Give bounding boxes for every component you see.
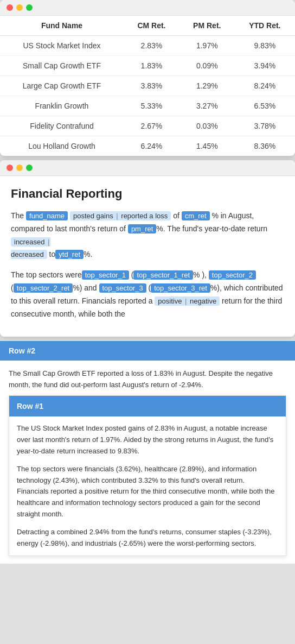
table-row: US Stock Market Index 2.83% 1.97% 9.83% bbox=[0, 36, 295, 56]
col-cm-ret: CM Ret. bbox=[124, 16, 179, 36]
table-row: Small Cap Growth ETF 1.83% 0.09% 3.94% bbox=[0, 56, 295, 76]
cell-fund-name: US Stock Market Index bbox=[0, 36, 124, 56]
para-1: The fund_name posted gains | reported a … bbox=[11, 210, 284, 261]
cell-cm-ret: 3.83% bbox=[124, 76, 179, 96]
row2-text: The Small Cap Growth ETF reported a loss… bbox=[9, 368, 286, 391]
cell-cm-ret: 2.83% bbox=[124, 36, 179, 56]
cell-fund-name: Small Cap Growth ETF bbox=[0, 56, 124, 76]
chip-top-sector-3: top_sector_3 bbox=[99, 283, 146, 293]
chip-top-sector-3-ret: top_sector_3_ret bbox=[151, 283, 210, 293]
table-row: Large Cap Growth ETF 3.83% 1.29% 8.24% bbox=[0, 76, 295, 96]
row1-para-1: The US Stock Market Index posted gains o… bbox=[17, 423, 278, 457]
table-header-row: Fund Name CM Ret. PM Ret. YTD Ret. bbox=[0, 16, 295, 36]
fund-table-container: Fund Name CM Ret. PM Ret. YTD Ret. US St… bbox=[0, 16, 295, 156]
chip-top-sector-2: top_sector_2 bbox=[209, 270, 256, 280]
col-pm-ret: PM Ret. bbox=[179, 16, 235, 36]
cell-cm-ret: 6.24% bbox=[124, 136, 179, 156]
cell-cm-ret: 5.33% bbox=[124, 96, 179, 116]
title-bar-2 bbox=[0, 160, 295, 176]
maximize-dot-2[interactable] bbox=[26, 165, 33, 171]
chip-cm-ret: cm_ret bbox=[182, 211, 210, 220]
reporting-title: Financial Reporting bbox=[11, 187, 284, 201]
col-fund-name: Fund Name bbox=[0, 16, 124, 36]
reporting-body: The fund_name posted gains | reported a … bbox=[11, 210, 284, 320]
row2-body: The Small Cap Growth ETF reported a loss… bbox=[0, 361, 295, 564]
maximize-dot[interactable] bbox=[26, 4, 33, 11]
reporting-content: Financial Reporting The fund_name posted… bbox=[0, 176, 295, 337]
title-bar-1 bbox=[0, 0, 295, 16]
cell-pm-ret: 0.03% bbox=[179, 116, 235, 136]
row2-section: Row #2 The Small Cap Growth ETF reported… bbox=[0, 341, 295, 564]
row1-body: The US Stock Market Index posted gains o… bbox=[9, 416, 286, 555]
cell-pm-ret: 1.97% bbox=[179, 36, 235, 56]
cell-cm-ret: 2.67% bbox=[124, 116, 179, 136]
cell-pm-ret: 1.29% bbox=[179, 76, 235, 96]
cell-fund-name: Franklin Growth bbox=[0, 96, 124, 116]
table-window: Fund Name CM Ret. PM Ret. YTD Ret. US St… bbox=[0, 0, 295, 156]
cell-ytd-ret: 8.36% bbox=[235, 136, 295, 156]
minimize-dot-2[interactable] bbox=[16, 165, 23, 171]
row1-header: Row #1 bbox=[9, 396, 286, 416]
chip-top-sector-1-ret: top_sector_1_ret bbox=[133, 270, 193, 280]
cell-fund-name: Large Cap Growth ETF bbox=[0, 76, 124, 96]
reporting-window: Financial Reporting The fund_name posted… bbox=[0, 160, 295, 337]
cell-fund-name: Lou Holland Growth bbox=[0, 136, 124, 156]
cell-ytd-ret: 9.83% bbox=[235, 36, 295, 56]
chip-fund-name: fund_name bbox=[26, 211, 68, 220]
chip-top-sector-2-ret: top_sector_2_ret bbox=[14, 283, 73, 293]
cell-ytd-ret: 3.78% bbox=[235, 116, 295, 136]
chip-ytd-ret: ytd_ret bbox=[55, 250, 84, 259]
row1-para-3: Detracting a combined 2.94% from the fun… bbox=[17, 527, 278, 550]
close-dot-2[interactable] bbox=[7, 165, 13, 171]
row1-popup: Row #1 The US Stock Market Index posted … bbox=[9, 395, 286, 556]
table-row: Lou Holland Growth 6.24% 1.45% 8.36% bbox=[0, 136, 295, 156]
table-row: Franklin Growth 5.33% 3.27% 6.53% bbox=[0, 96, 295, 116]
cell-pm-ret: 1.45% bbox=[179, 136, 235, 156]
cell-ytd-ret: 3.94% bbox=[235, 56, 295, 76]
pipe-gains-loss: posted gains | reported a loss bbox=[70, 211, 171, 220]
cell-cm-ret: 1.83% bbox=[124, 56, 179, 76]
cell-pm-ret: 3.27% bbox=[179, 96, 235, 116]
chip-top-sector-1: top_sector_1 bbox=[82, 270, 129, 280]
pipe-increased-decreased: increased |decreased bbox=[11, 237, 50, 260]
cell-fund-name: Fidelity Contrafund bbox=[0, 116, 124, 136]
cell-ytd-ret: 6.53% bbox=[235, 96, 295, 116]
close-dot[interactable] bbox=[7, 4, 13, 11]
pipe-positive-negative: positive | negative bbox=[155, 296, 220, 306]
fund-table: Fund Name CM Ret. PM Ret. YTD Ret. US St… bbox=[0, 16, 295, 156]
cell-pm-ret: 0.09% bbox=[179, 56, 235, 76]
cell-ytd-ret: 8.24% bbox=[235, 76, 295, 96]
col-ytd-ret: YTD Ret. bbox=[235, 16, 295, 36]
para-2: The top sectors weretop_sector_1 (top_se… bbox=[11, 269, 284, 320]
chip-pm-ret: pm_ret bbox=[128, 224, 156, 233]
minimize-dot[interactable] bbox=[16, 4, 23, 11]
row2-header: Row #2 bbox=[0, 341, 295, 361]
row1-para-2: The top sectors were financials (3.62%),… bbox=[17, 464, 278, 520]
table-row: Fidelity Contrafund 2.67% 0.03% 3.78% bbox=[0, 116, 295, 136]
